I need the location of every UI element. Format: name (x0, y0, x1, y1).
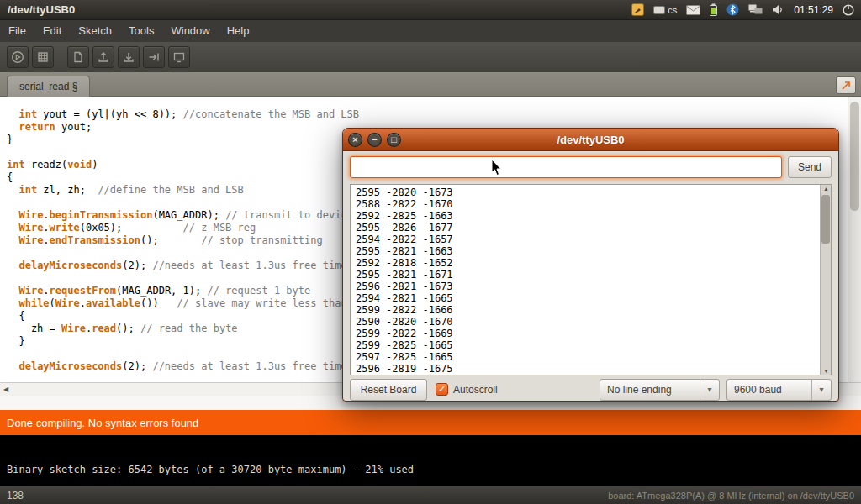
new-button[interactable] (67, 46, 89, 68)
menu-item-sketch[interactable]: Sketch (70, 20, 120, 42)
menu-item-help[interactable]: Help (219, 20, 258, 42)
serial-line: 2599 -2822 -1669 (356, 328, 826, 339)
keyboard-layout-icon[interactable]: cs (653, 5, 677, 15)
serial-window-title: /dev/ttyUSB0 (343, 134, 838, 146)
serial-monitor-window: × − □ /dev/ttyUSB0 Send 2595 -2820 -1673… (342, 128, 839, 402)
console-output: Binary sketch size: 6542 bytes (of a 307… (0, 435, 861, 486)
toolbar (0, 42, 861, 72)
tab-bar: serial_read § (0, 72, 861, 97)
menu-item-file[interactable]: File (0, 20, 34, 42)
serial-line: 2594 -2822 -1657 (356, 234, 826, 245)
network-icon[interactable] (748, 4, 763, 15)
console-text: Binary sketch size: 6542 bytes (of a 307… (7, 464, 414, 475)
check-icon: ✓ (438, 384, 446, 395)
serial-line: 2595 -2820 -1673 (356, 186, 826, 198)
scrollbar-thumb[interactable] (821, 195, 830, 244)
serial-line: 2590 -2820 -1670 (356, 316, 826, 328)
close-icon: × (352, 134, 357, 146)
mail-icon[interactable] (686, 5, 700, 15)
scroll-up-icon[interactable]: ▲ (821, 186, 832, 192)
serial-line: 2599 -2822 -1666 (356, 304, 826, 316)
save-button[interactable] (118, 46, 140, 68)
minimize-button[interactable]: − (367, 133, 382, 147)
serial-line: 2592 -2818 -1652 (356, 257, 826, 269)
serial-line: 2596 -2821 -1673 (356, 281, 826, 292)
top-panel: /dev/ttyUSB0 cs 01:51:29 (0, 0, 861, 20)
board-info: board: ATmega328P(A) @ 8 MHz (internal) … (608, 491, 854, 501)
scroll-down-icon[interactable]: ▼ (821, 368, 832, 374)
autoscroll-label: Autoscroll (453, 379, 498, 401)
status-bar: Done compiling. No syntax errors found (0, 410, 861, 435)
session-menu-icon[interactable] (843, 4, 854, 16)
serial-line: 2592 -2825 -1663 (356, 210, 826, 222)
scroll-left-icon[interactable]: ◀ (3, 383, 8, 396)
mouse-cursor (491, 159, 503, 177)
bluetooth-icon[interactable] (726, 3, 739, 16)
upload-button[interactable] (143, 46, 165, 68)
editor-vertical-scrollbar[interactable] (848, 97, 861, 382)
chevron-down-icon: ▾ (700, 380, 719, 400)
menu-item-tools[interactable]: Tools (120, 20, 162, 42)
status-message: Done compiling. No syntax errors found (7, 417, 198, 429)
serial-line: 2595 -2821 -1671 (356, 269, 826, 281)
arrow-up-right-icon (841, 81, 851, 91)
baud-select[interactable]: 9600 baud▾ (726, 379, 832, 401)
menu-item-window[interactable]: Window (162, 20, 218, 42)
baud-value: 9600 baud (727, 384, 811, 396)
battery-icon[interactable] (710, 3, 717, 16)
panel-window-title: /dev/ttyUSB0 (8, 3, 75, 16)
serial-line: 2588 -2822 -1670 (356, 198, 826, 210)
minimize-icon: − (372, 134, 377, 146)
serial-line: 2594 -2821 -1665 (356, 292, 826, 304)
serial-window-titlebar[interactable]: × − □ /dev/ttyUSB0 (343, 129, 838, 151)
menu-item-edit[interactable]: Edit (34, 20, 70, 42)
clock[interactable]: 01:51:29 (794, 4, 833, 16)
volume-icon[interactable] (772, 4, 784, 15)
scrollbar-thumb[interactable] (850, 102, 859, 211)
line-number: 138 (7, 490, 24, 501)
system-tray: cs 01:51:29 (631, 3, 861, 16)
line-ending-select[interactable]: No line ending▾ (600, 379, 720, 401)
open-button[interactable] (92, 46, 114, 68)
serial-line: 2597 -2825 -1665 (356, 351, 826, 363)
menu-bar: FileEditSketchToolsWindowHelp (0, 20, 861, 42)
screen: /dev/ttyUSB0 cs 01:51:29 FileEditSketchT… (0, 0, 861, 504)
serial-line: 2596 -2819 -1675 (356, 363, 826, 375)
tab-serial-read[interactable]: serial_read § (7, 76, 90, 97)
serial-monitor-button[interactable] (836, 76, 856, 94)
serial-monitor-button[interactable] (168, 46, 190, 68)
serial-output: 2595 -2820 -16732588 -2822 -16702592 -28… (350, 184, 832, 375)
footer-bar: 138 board: ATmega328P(A) @ 8 MHz (intern… (0, 486, 861, 504)
notes-icon[interactable] (631, 3, 644, 16)
serial-line: 2599 -2825 -1665 (356, 339, 826, 351)
serial-line: 2595 -2821 -1663 (356, 245, 826, 257)
autoscroll-checkbox[interactable]: ✓ (436, 383, 448, 396)
keyboard-layout-label: cs (668, 5, 677, 15)
stop-button[interactable] (32, 46, 54, 68)
verify-button[interactable] (7, 46, 29, 68)
code-line: int yout = (yl|(yh << 8)); //concatenate… (7, 108, 848, 121)
serial-line: 2595 -2826 -1677 (356, 222, 826, 234)
chevron-down-icon: ▾ (811, 380, 831, 400)
close-button[interactable]: × (348, 133, 362, 147)
maximize-icon: □ (391, 134, 397, 146)
send-button[interactable]: Send (788, 156, 832, 178)
serial-input[interactable] (350, 156, 782, 178)
reset-board-button[interactable]: Reset Board (350, 379, 427, 401)
line-ending-value: No line ending (600, 384, 700, 396)
maximize-button[interactable]: □ (387, 133, 401, 147)
serial-output-scrollbar[interactable]: ▲ ▼ (820, 185, 831, 375)
